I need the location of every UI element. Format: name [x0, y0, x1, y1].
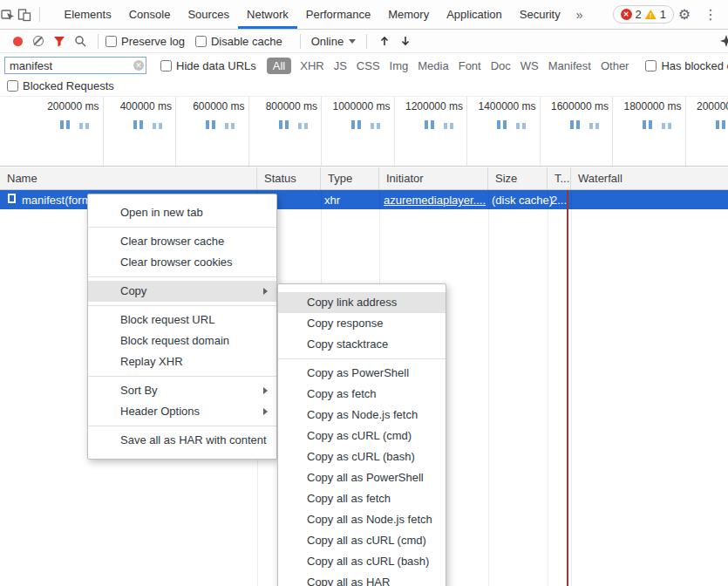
- kebab-menu-icon[interactable]: ⋮: [700, 4, 721, 25]
- filter-type-font[interactable]: Font: [459, 59, 481, 72]
- blocked-requests-label[interactable]: Blocked Requests: [23, 79, 114, 92]
- has-blocked-cookies-label[interactable]: Has blocked cookies: [661, 59, 728, 72]
- menu-item-copy-response[interactable]: Copy response: [278, 313, 446, 334]
- disable-cache-checkbox[interactable]: Disable cache: [195, 35, 282, 48]
- blocked-requests-input[interactable]: [7, 80, 18, 92]
- menu-item-open-in-new-tab[interactable]: Open in new tab: [88, 202, 276, 223]
- filter-type-all[interactable]: All: [267, 58, 291, 74]
- timeline-label: 400000 ms: [120, 100, 172, 112]
- filter-type-doc[interactable]: Doc: [491, 59, 511, 72]
- menu-item-sort-by[interactable]: Sort By: [88, 380, 276, 401]
- menu-item-copy-all-as-har[interactable]: Copy all as HAR: [278, 572, 446, 586]
- timeline-ticks: [662, 123, 665, 129]
- tab-console[interactable]: Console: [120, 0, 180, 29]
- filter-type-css[interactable]: CSS: [357, 59, 380, 72]
- column-header-name[interactable]: Name: [0, 167, 257, 189]
- timeline-ticks: [444, 123, 447, 129]
- clear-filter-icon[interactable]: ✕: [133, 60, 144, 71]
- network-conditions-icon[interactable]: [720, 35, 728, 50]
- menu-item-replay-xhr[interactable]: Replay XHR: [88, 351, 276, 372]
- import-har-icon[interactable]: [374, 31, 395, 51]
- menu-item-copy-all-as-fetch[interactable]: Copy all as fetch: [278, 488, 446, 509]
- menu-item-header-options[interactable]: Header Options: [88, 401, 276, 422]
- tab-elements[interactable]: Elements: [55, 0, 119, 29]
- column-divider[interactable]: [488, 190, 489, 586]
- has-blocked-cookies-input[interactable]: [645, 60, 657, 72]
- menu-item-copy-as-curl-cmd[interactable]: Copy as cURL (cmd): [278, 426, 446, 446]
- filter-input[interactable]: [4, 57, 146, 74]
- menu-item-copy-all-as-curl-bash[interactable]: Copy all as cURL (bash): [278, 551, 446, 572]
- tab-security[interactable]: Security: [511, 0, 569, 29]
- tab-network[interactable]: Network: [238, 0, 297, 29]
- tab-sources[interactable]: Sources: [179, 0, 238, 29]
- search-icon[interactable]: [70, 31, 91, 51]
- filter-type-xhr[interactable]: XHR: [300, 59, 323, 72]
- has-blocked-cookies-checkbox[interactable]: Has blocked cookies: [645, 59, 728, 72]
- blocked-requests-checkbox[interactable]: Blocked Requests: [7, 79, 114, 92]
- menu-item-copy-all-as-curl-cmd[interactable]: Copy all as cURL (cmd): [278, 530, 446, 551]
- menu-item-copy-all-as-powershell[interactable]: Copy all as PowerShell: [278, 467, 446, 488]
- menu-item-clear-browser-cache[interactable]: Clear browser cache: [88, 231, 276, 252]
- timeline-ticks: [153, 123, 156, 129]
- inspect-element-icon[interactable]: [0, 3, 16, 26]
- tab-application[interactable]: Application: [438, 0, 511, 29]
- column-header-status[interactable]: Status: [257, 167, 321, 189]
- throttling-dropdown[interactable]: Online: [308, 35, 360, 48]
- menu-item-block-request-url[interactable]: Block request URL: [88, 310, 276, 330]
- clear-log-icon[interactable]: [28, 31, 49, 51]
- menu-item-block-request-domain[interactable]: Block request domain: [88, 330, 276, 351]
- menu-item-copy-link-address[interactable]: Copy link address: [278, 292, 446, 313]
- column-header-size[interactable]: Size: [488, 167, 548, 189]
- menu-item-save-all-as-har[interactable]: Save all as HAR with content: [88, 430, 276, 451]
- column-header-time[interactable]: T...: [548, 167, 571, 189]
- device-toolbar-icon[interactable]: [16, 3, 31, 26]
- throttling-value: Online: [311, 35, 344, 48]
- column-header-type[interactable]: Type: [321, 167, 379, 189]
- tab-memory[interactable]: Memory: [379, 0, 438, 29]
- hide-data-urls-input[interactable]: [160, 60, 172, 72]
- timeline-segment: 1200000 ms: [395, 97, 468, 166]
- hide-data-urls-checkbox[interactable]: Hide data URLs: [160, 59, 256, 72]
- column-divider[interactable]: [548, 190, 548, 586]
- disable-cache-input[interactable]: [195, 36, 207, 47]
- timeline-ticks: [425, 120, 428, 129]
- timeline-label: 1200000 ms: [405, 100, 463, 112]
- submenu-arrow-icon: [263, 288, 268, 295]
- hide-data-urls-label[interactable]: Hide data URLs: [176, 59, 256, 72]
- disable-cache-label[interactable]: Disable cache: [211, 35, 282, 48]
- console-status-badge[interactable]: ✕ 2 ! 1: [613, 5, 674, 24]
- export-har-icon[interactable]: [395, 31, 416, 51]
- record-button[interactable]: [7, 31, 28, 51]
- column-divider[interactable]: [571, 190, 572, 586]
- filter-type-other[interactable]: Other: [601, 59, 629, 72]
- request-initiator-link[interactable]: azuremediaplayer....: [384, 194, 486, 207]
- filter-type-manifest[interactable]: Manifest: [548, 59, 591, 72]
- filter-type-img[interactable]: Img: [390, 59, 409, 72]
- menu-item-copy-stacktrace[interactable]: Copy stacktrace: [278, 334, 446, 355]
- menu-group: Copy as PowerShell Copy as fetch Copy as…: [278, 358, 446, 586]
- filter-funnel-icon[interactable]: [49, 31, 70, 51]
- preserve-log-input[interactable]: [105, 36, 117, 47]
- settings-gear-icon[interactable]: ⚙: [674, 4, 695, 25]
- menu-item-copy-as-fetch[interactable]: Copy as fetch: [278, 384, 446, 405]
- column-header-initiator[interactable]: Initiator: [379, 167, 488, 189]
- menu-item-copy-as-curl-bash[interactable]: Copy as cURL (bash): [278, 446, 446, 467]
- filter-type-js[interactable]: JS: [334, 59, 347, 72]
- menu-item-copy-all-as-nodejs-fetch[interactable]: Copy all as Node.js fetch: [278, 509, 446, 530]
- menu-item-copy-as-powershell[interactable]: Copy as PowerShell: [278, 363, 446, 384]
- filter-type-media[interactable]: Media: [418, 59, 448, 72]
- menu-item-copy[interactable]: Copy: [88, 281, 276, 302]
- preserve-log-checkbox[interactable]: Preserve log: [105, 35, 185, 48]
- submenu-arrow-icon: [263, 408, 268, 415]
- tab-performance[interactable]: Performance: [297, 0, 379, 29]
- preserve-log-label[interactable]: Preserve log: [121, 35, 185, 48]
- network-overview-timeline[interactable]: 200000 ms 400000 ms 600000 ms 800000 ms …: [0, 96, 728, 167]
- column-header-waterfall[interactable]: Waterfall: [571, 167, 728, 189]
- timeline-label: 800000 ms: [266, 100, 317, 112]
- filter-type-ws[interactable]: WS: [520, 59, 539, 72]
- menu-item-copy-as-nodejs-fetch[interactable]: Copy as Node.js fetch: [278, 405, 446, 426]
- timeline-ticks: [516, 123, 520, 129]
- menu-item-clear-browser-cookies[interactable]: Clear browser cookies: [88, 252, 276, 273]
- menu-group: Clear browser cache Clear browser cookie…: [88, 227, 276, 276]
- more-tabs-button[interactable]: »: [569, 8, 590, 22]
